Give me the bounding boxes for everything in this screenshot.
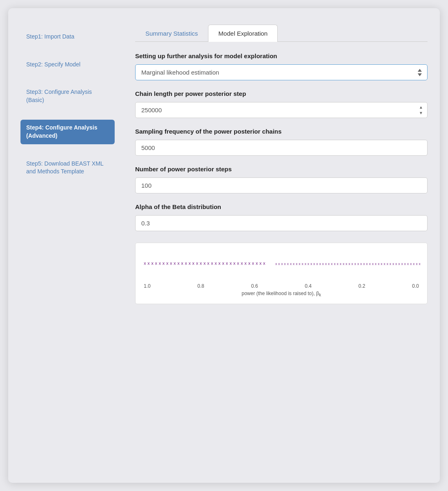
sampling-freq-input[interactable]: [135, 140, 428, 156]
main-content: Summary Statistics Model Exploration Set…: [127, 20, 440, 471]
sidebar-item-step4[interactable]: Step4: Configure Analysis (Advanced): [20, 120, 115, 144]
svg-text:× × × × × × × × × × × × × × × : × × × × × × × × × × × × × × × × × × × × …: [275, 261, 421, 266]
chain-length-input[interactable]: [135, 102, 428, 118]
x-label-0.0: 0.0: [412, 283, 419, 289]
chain-length-label: Chain length per power posterior step: [135, 89, 428, 98]
sidebar: Step1: Import Data Step2: Specify Model …: [8, 20, 127, 471]
analysis-type-section: Setting up further analysis for model ex…: [135, 52, 428, 80]
analysis-type-label: Setting up further analysis for model ex…: [135, 52, 428, 60]
power-steps-section: Number of power posterior steps: [135, 165, 428, 193]
svg-text:× × × × × × × × × × × × × × × : × × × × × × × × × × × × × × × × × × × × …: [144, 261, 265, 267]
power-steps-label: Number of power posterior steps: [135, 165, 428, 173]
sidebar-item-step2[interactable]: Step2: Specify Model: [20, 57, 115, 73]
tab-summary-statistics[interactable]: Summary Statistics: [135, 25, 208, 42]
beta-distribution-chart: × × × × × × × × × × × × × × × × × × × × …: [135, 243, 428, 304]
chart-svg: × × × × × × × × × × × × × × × × × × × × …: [142, 251, 421, 276]
sampling-freq-section: Sampling frequency of the power posterio…: [135, 127, 428, 156]
chain-length-up-button[interactable]: ▲: [418, 105, 424, 110]
x-label-1.0: 1.0: [144, 283, 151, 289]
tab-model-exploration[interactable]: Model Exploration: [208, 25, 278, 42]
chain-length-down-button[interactable]: ▼: [418, 111, 424, 116]
x-label-0.6: 0.6: [251, 283, 258, 289]
sidebar-item-step1[interactable]: Step1: Import Data: [20, 29, 115, 45]
chart-plot-area: × × × × × × × × × × × × × × × × × × × × …: [142, 251, 421, 280]
chain-length-section: Chain length per power posterior step ▲ …: [135, 89, 428, 118]
chain-length-spinner: ▲ ▼: [418, 105, 424, 116]
chain-length-wrapper: ▲ ▼: [135, 102, 428, 118]
analysis-type-select[interactable]: Marginal likehood estimation Bayes Facto…: [135, 64, 428, 80]
app-container: Step1: Import Data Step2: Specify Model …: [8, 8, 440, 483]
sidebar-item-step3[interactable]: Step3: Configure Analysis (Basic): [20, 84, 115, 108]
chart-subscript-k: k: [319, 293, 321, 297]
power-steps-input[interactable]: [135, 177, 428, 193]
alpha-label: Alpha of the Beta distribution: [135, 202, 428, 211]
x-label-0.8: 0.8: [197, 283, 204, 289]
chart-x-axis: 1.0 0.8 0.6 0.4 0.2 0.0: [142, 283, 421, 289]
sampling-freq-label: Sampling frequency of the power posterio…: [135, 127, 428, 136]
tab-bar: Summary Statistics Model Exploration: [135, 25, 428, 42]
x-label-0.4: 0.4: [305, 283, 312, 289]
x-label-0.2: 0.2: [358, 283, 365, 289]
sidebar-item-step5[interactable]: Step5: Download BEAST XML and Methods Te…: [20, 156, 115, 180]
alpha-section: Alpha of the Beta distribution: [135, 202, 428, 231]
chart-x-description: power (the likelihood is raised to), βk: [142, 291, 421, 297]
alpha-input[interactable]: [135, 215, 428, 231]
